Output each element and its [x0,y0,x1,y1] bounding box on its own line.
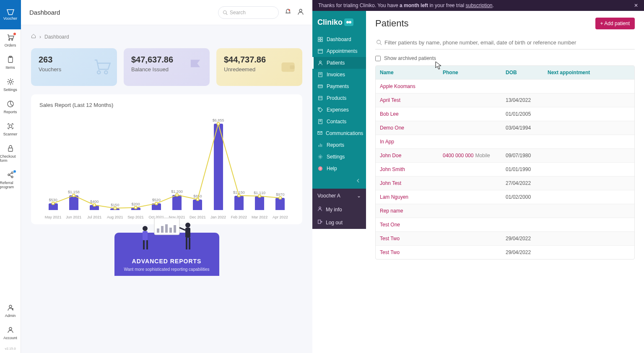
sidebar-item-reports[interactable]: Reports [0,96,21,118]
sidebar-item-referral-program[interactable]: Referral program [0,167,21,193]
chevron-down-icon: ⌄ [357,193,361,199]
table-row[interactable]: John Doe0400 000 000Mobile09/07/1980 [376,148,634,162]
chart-bar: $1,200 [167,189,187,210]
show-archived-checkbox[interactable]: Show archived patients [375,55,635,61]
table-row[interactable]: Bob Lee01/01/2005 [376,107,634,121]
sidebar-item-dashboard[interactable]: Dashboard [312,34,366,45]
sidebar-item-contacts[interactable]: Contacts [312,116,366,127]
patient-name[interactable]: Demo One [376,121,439,135]
col-header-name[interactable]: Name [376,66,439,79]
sidebar-item-products[interactable]: Products [312,92,366,104]
svg-rect-42 [143,240,145,249]
sidebar-item-appointments[interactable]: Appointments [312,45,366,57]
table-row[interactable]: Lam Nguyen01/02/2000 [376,190,634,204]
stat-card-balance-issued[interactable]: $47,637.86Balance Issued [124,48,210,86]
table-row[interactable]: In App [376,135,634,148]
sidebar-item-settings[interactable]: Settings [0,74,21,96]
stat-card-unredeemed[interactable]: $44,737.86Unredeemed [216,48,302,86]
sidebar-item-reports[interactable]: Reports [312,139,366,151]
search-input[interactable]: Search [218,6,279,19]
col-header-dob[interactable]: DOB [501,66,543,79]
voocher-brand[interactable]: Voocher [0,0,21,29]
patient-dob: 01/01/1990 [501,163,543,176]
table-row[interactable]: Test One [376,218,634,231]
subscription-link[interactable]: subscription [465,3,492,8]
sidebar-item-scanner[interactable]: Scanner [0,118,21,140]
patient-phone [439,121,501,135]
svg-rect-48 [189,238,190,249]
sidebar-item-items[interactable]: Items [0,52,21,74]
col-header-phone[interactable]: Phone [439,66,501,79]
table-row[interactable]: Rep name [376,204,634,218]
sidebar-item-orders[interactable]: Orders [0,29,21,52]
account-dropdown[interactable]: Voocher A ⌄ [312,189,366,203]
sidebar-item-label: Settings [327,154,345,160]
sidebar-item-label: Reports [327,142,344,148]
user-icon[interactable] [297,8,304,17]
table-row[interactable]: Demo One03/04/1994 [376,121,634,135]
patient-phone [439,218,501,231]
patient-name[interactable]: Bob Lee [376,107,439,121]
sidebar-item-help[interactable]: ?Help [312,163,366,174]
cliniko-logo[interactable]: Cliniko [312,11,366,34]
patient-name[interactable]: Apple Koomans [376,80,439,93]
sidebar-item-label: Orders [5,43,16,47]
home-icon[interactable] [31,34,36,40]
stat-card-vouchers[interactable]: 263Vouchers [31,48,117,86]
patient-name[interactable]: John Test [376,176,439,190]
patient-next [543,149,634,162]
wallet-icon [280,58,296,76]
search-placeholder: Search [230,10,246,16]
bar-value-label: $530 [49,198,57,202]
sidebar-item-admin[interactable]: Admin [0,300,21,322]
sidebar-item-label: Referral program [0,181,21,189]
col-header-next[interactable]: Next appointment [543,66,634,79]
banner-text: Thanks for trialing Cliniko. You have a … [318,3,494,8]
table-row[interactable]: Test Two29/04/2022 [376,231,634,245]
flag-icon [187,58,204,76]
sidebar-item-payments[interactable]: Payments [312,80,366,92]
table-row[interactable]: April Test13/04/2022 [376,93,634,107]
sidebar-item-settings[interactable]: Settings [312,151,366,163]
sidebar-item-checkout-form[interactable]: Checkout form [0,140,21,167]
patient-name[interactable]: Rep name [376,204,439,218]
patient-dob [501,135,543,148]
x-tick-label: Jul 2021 [84,215,105,219]
collapse-sidebar-button[interactable] [312,174,366,189]
patient-phone [439,246,501,259]
table-row[interactable]: John Test27/04/2022 [376,176,634,190]
patient-name[interactable]: In App [376,135,439,148]
patient-name[interactable]: John Doe [376,149,439,162]
patient-name[interactable]: Test Two [376,232,439,245]
sidebar-item-invoices[interactable]: Invoices [312,69,366,80]
account-item-log-out[interactable]: Log out [312,216,366,229]
sidebar-item-account[interactable]: Account [0,322,21,344]
sidebar-item-communications[interactable]: Communications [312,127,366,139]
svg-rect-2 [8,57,13,62]
close-icon[interactable]: ✕ [634,3,638,8]
filter-patients-input[interactable] [375,36,635,49]
sales-chart-panel: Sales Report (Last 12 Months) $530$1,158… [31,94,302,224]
bell-icon[interactable] [285,8,291,17]
patient-name[interactable]: April Test [376,93,439,107]
patient-phone [439,204,501,218]
advanced-reports-card[interactable]: ADVANCED REPORTS Want more sophisticated… [114,233,219,276]
account-item-label: Log out [326,220,343,226]
patient-name[interactable]: John Smith [376,163,439,176]
account-item-my-info[interactable]: My info [312,203,366,216]
patient-next [543,163,634,176]
patient-dob [501,80,543,93]
sidebar-item-patients[interactable]: Patients [312,57,366,69]
add-patient-button[interactable]: + Add patient [595,18,635,29]
table-row[interactable]: Test Two29/04/2022 [376,245,634,259]
svg-point-77 [377,40,381,44]
table-row[interactable]: Apple Koomans [376,79,634,93]
x-tick-label: Jan 2022 [208,215,229,219]
chart-bar: $520 [146,198,166,210]
archived-checkbox-input[interactable] [375,56,381,61]
table-row[interactable]: John Smith01/01/1990 [376,162,634,176]
sidebar-item-expenses[interactable]: Expenses [312,104,366,116]
patient-name[interactable]: Test One [376,218,439,231]
patient-name[interactable]: Lam Nguyen [376,190,439,204]
patient-name[interactable]: Test Two [376,246,439,259]
